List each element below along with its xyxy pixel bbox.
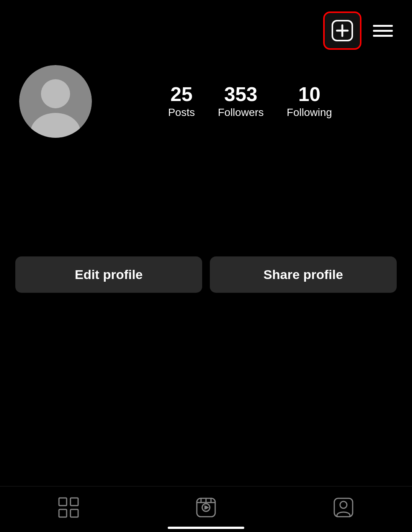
grid-icon [58, 497, 79, 518]
header [0, 0, 412, 57]
profile-section: 25 Posts 353 Followers 10 Following [0, 57, 412, 149]
svg-point-19 [340, 501, 347, 508]
stats-section: 25 Posts 353 Followers 10 Following [107, 84, 393, 119]
nav-item-tagged[interactable] [325, 493, 361, 522]
menu-button[interactable] [369, 21, 397, 41]
edit-profile-button[interactable]: Edit profile [15, 256, 202, 293]
svg-point-4 [41, 79, 70, 108]
new-post-button[interactable] [323, 11, 361, 50]
following-count: 10 [298, 84, 320, 104]
menu-line-3 [373, 35, 393, 37]
svg-marker-17 [204, 505, 209, 510]
nav-item-posts[interactable] [51, 493, 87, 522]
posts-count: 25 [170, 84, 193, 104]
profile-actions: Edit profile Share profile [0, 149, 412, 304]
nav-item-reels[interactable] [188, 493, 224, 522]
followers-count: 353 [224, 84, 257, 104]
avatar[interactable] [19, 65, 92, 138]
posts-label: Posts [168, 106, 195, 119]
tagged-icon [333, 497, 354, 518]
menu-line-2 [373, 30, 393, 32]
posts-stat[interactable]: 25 Posts [168, 84, 195, 119]
following-label: Following [287, 106, 332, 119]
share-profile-button[interactable]: Share profile [210, 256, 397, 293]
home-indicator [168, 527, 244, 529]
svg-rect-6 [59, 498, 67, 506]
following-stat[interactable]: 10 Following [287, 84, 332, 119]
svg-rect-9 [70, 509, 78, 517]
followers-label: Followers [218, 106, 264, 119]
svg-rect-7 [70, 498, 78, 506]
svg-rect-8 [59, 509, 67, 517]
followers-stat[interactable]: 353 Followers [218, 84, 264, 119]
menu-line-1 [373, 25, 393, 27]
bottom-navigation [0, 486, 412, 532]
reels-icon [196, 497, 216, 518]
